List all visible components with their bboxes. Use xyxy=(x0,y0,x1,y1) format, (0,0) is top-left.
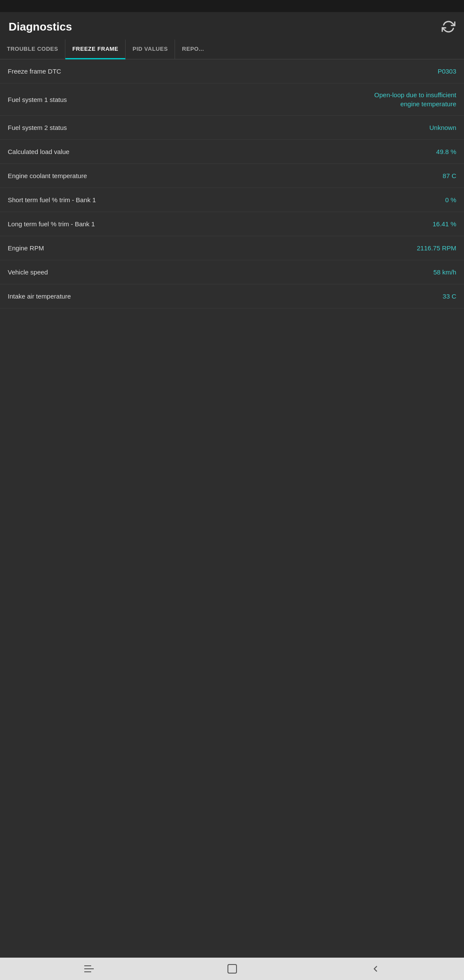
row-short-term-fuel: Short term fuel % trim - Bank 1 0 % xyxy=(0,188,464,212)
value-vehicle-speed: 58 km/h xyxy=(433,268,456,276)
status-bar xyxy=(0,0,464,12)
tab-freeze-frame[interactable]: FREEZE FRAME xyxy=(65,40,126,59)
menu-button[interactable] xyxy=(80,960,98,977)
refresh-button[interactable] xyxy=(442,20,455,34)
app-header: Diagnostics xyxy=(0,12,464,40)
label-calculated-load: Calculated load value xyxy=(8,148,436,155)
value-long-term-fuel: 16.41 % xyxy=(433,220,456,228)
label-short-term-fuel: Short term fuel % trim - Bank 1 xyxy=(8,196,445,203)
row-vehicle-speed: Vehicle speed 58 km/h xyxy=(0,260,464,284)
value-fuel-system-2: Unknown xyxy=(429,124,456,131)
label-fuel-system-2: Fuel system 2 status xyxy=(8,124,429,131)
tab-bar: TROUBLE CODES FREEZE FRAME PID VALUES RE… xyxy=(0,40,464,59)
value-coolant-temp: 87 C xyxy=(442,172,456,179)
value-calculated-load: 49.8 % xyxy=(436,148,456,155)
value-fuel-system-1: Open-loop due to insufficientengine temp… xyxy=(374,90,456,108)
row-fuel-system-2: Fuel system 2 status Unknown xyxy=(0,116,464,140)
back-button[interactable] xyxy=(367,960,384,977)
row-engine-rpm: Engine RPM 2116.75 RPM xyxy=(0,236,464,260)
bottom-nav-bar xyxy=(0,958,464,980)
page-title: Diagnostics xyxy=(9,20,72,34)
label-long-term-fuel: Long term fuel % trim - Bank 1 xyxy=(8,220,433,228)
freeze-frame-content: Freeze frame DTC P0303 Fuel system 1 sta… xyxy=(0,59,464,958)
label-coolant-temp: Engine coolant temperature xyxy=(8,172,442,179)
row-coolant-temp: Engine coolant temperature 87 C xyxy=(0,164,464,188)
row-freeze-frame-dtc: Freeze frame DTC P0303 xyxy=(0,59,464,83)
tab-trouble-codes[interactable]: TROUBLE CODES xyxy=(0,40,65,59)
label-vehicle-speed: Vehicle speed xyxy=(8,268,433,276)
value-freeze-frame-dtc: P0303 xyxy=(438,68,456,75)
row-intake-air-temp: Intake air temperature 33 C xyxy=(0,284,464,308)
home-square-icon xyxy=(227,964,237,974)
label-intake-air-temp: Intake air temperature xyxy=(8,293,442,300)
row-calculated-load: Calculated load value 49.8 % xyxy=(0,140,464,164)
label-freeze-frame-dtc: Freeze frame DTC xyxy=(8,68,438,75)
value-short-term-fuel: 0 % xyxy=(445,196,456,203)
value-engine-rpm: 2116.75 RPM xyxy=(417,244,456,252)
home-button[interactable] xyxy=(224,960,241,977)
tab-report[interactable]: REPO... xyxy=(175,40,211,59)
value-intake-air-temp: 33 C xyxy=(442,293,456,300)
label-fuel-system-1: Fuel system 1 status xyxy=(8,96,374,103)
row-long-term-fuel: Long term fuel % trim - Bank 1 16.41 % xyxy=(0,212,464,236)
tab-pid-values[interactable]: PID VALUES xyxy=(126,40,175,59)
label-engine-rpm: Engine RPM xyxy=(8,244,417,252)
row-fuel-system-1: Fuel system 1 status Open-loop due to in… xyxy=(0,83,464,116)
